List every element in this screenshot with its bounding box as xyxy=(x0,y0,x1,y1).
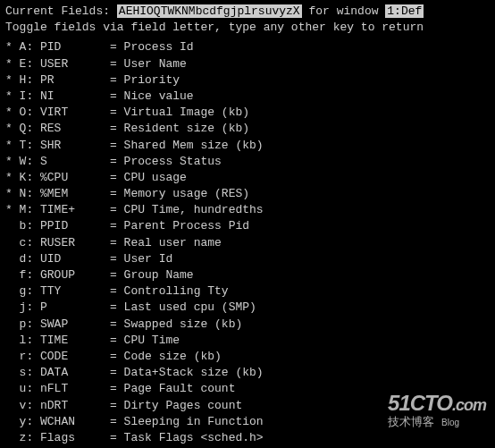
field-row-j[interactable]: j: P = Last used cpu (SMP) xyxy=(5,300,490,316)
field-row-z[interactable]: z: Flags = Task Flags <sched.h> xyxy=(5,430,490,446)
fields-list[interactable]: * A: PID = Process Id* E: USER = User Na… xyxy=(5,39,490,448)
field-row-W[interactable]: * W: S = Process Status xyxy=(5,154,490,170)
field-row-b[interactable]: b: PPID = Parent Process Pid xyxy=(5,218,490,234)
field-row-d[interactable]: d: UID = User Id xyxy=(5,251,490,267)
window-id: 1:Def xyxy=(385,4,424,18)
field-row-y[interactable]: y: WCHAN = Sleeping in Function xyxy=(5,414,490,430)
field-row-u[interactable]: u: nFLT = Page Fault count xyxy=(5,381,490,397)
header-mid: for window xyxy=(302,4,386,18)
terminal-output: Current Fields: AEHIOQTWKNMbcdfgjplrsuvy… xyxy=(0,0,495,448)
field-row-I[interactable]: * I: NI = Nice value xyxy=(5,89,490,105)
field-row-T[interactable]: * T: SHR = Shared Mem size (kb) xyxy=(5,138,490,154)
field-row-f[interactable]: f: GROUP = Group Name xyxy=(5,267,490,283)
field-row-g[interactable]: g: TTY = Controlling Tty xyxy=(5,283,490,300)
field-row-E[interactable]: * E: USER = User Name xyxy=(5,56,490,72)
field-row-v[interactable]: v: nDRT = Dirty Pages count xyxy=(5,398,490,414)
field-row-O[interactable]: * O: VIRT = Virtual Image (kb) xyxy=(5,105,490,121)
field-row-Q[interactable]: * Q: RES = Resident size (kb) xyxy=(5,121,490,137)
field-row-M[interactable]: * M: TIME+ = CPU Time, hundredths xyxy=(5,202,490,218)
header-line: Current Fields: AEHIOQTWKNMbcdfgjplrsuvy… xyxy=(5,4,490,20)
field-row-A[interactable]: * A: PID = Process Id xyxy=(5,39,490,55)
field-row-r[interactable]: r: CODE = Code size (kb) xyxy=(5,349,490,365)
field-row-p[interactable]: p: SWAP = Swapped size (kb) xyxy=(5,317,490,333)
current-fields-string: AEHIOQTWKNMbcdfgjplrsuvyzX xyxy=(117,4,302,18)
instruction-line: Toggle fields via field letter, type any… xyxy=(5,20,490,36)
header-label: Current Fields: xyxy=(5,4,117,18)
field-row-H[interactable]: * H: PR = Priority xyxy=(5,72,490,89)
field-row-l[interactable]: l: TIME = CPU Time xyxy=(5,333,490,349)
field-row-c[interactable]: c: RUSER = Real user name xyxy=(5,235,490,251)
field-row-K[interactable]: * K: %CPU = CPU usage xyxy=(5,170,490,186)
field-row-N[interactable]: * N: %MEM = Memory usage (RES) xyxy=(5,186,490,202)
field-row-s[interactable]: s: DATA = Data+Stack size (kb) xyxy=(5,365,490,381)
